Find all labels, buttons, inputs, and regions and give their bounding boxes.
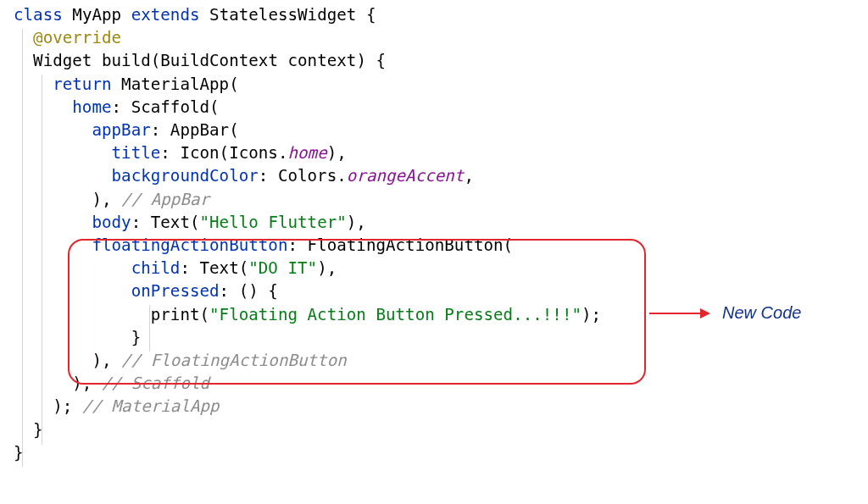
close-paren: ); (53, 396, 72, 416)
comment-materialapp: // MaterialApp (72, 396, 219, 416)
ret-type: Widget (33, 51, 92, 70)
brace-open: { (366, 5, 376, 25)
call-pre: : Text( (131, 213, 200, 232)
paren-brace: ) { (356, 51, 386, 70)
kw-extends: extends (131, 5, 200, 25)
call: MaterialApp( (121, 75, 239, 94)
str-hello: "Hello Flutter" (200, 213, 347, 232)
close-paren: ), (92, 190, 111, 209)
annotation-override: @override (33, 28, 121, 47)
call: : AppBar( (151, 120, 239, 140)
arrow-line (649, 313, 700, 314)
method-name: build (102, 51, 151, 70)
new-code-highlight-box (68, 239, 646, 385)
call-post: ), (347, 213, 366, 232)
call-post: , (464, 166, 474, 186)
annotation-label: New Code (722, 303, 801, 323)
arrow-head-icon (700, 308, 710, 318)
call-pre: : Colors. (259, 166, 347, 186)
colors-orangeaccent: orangeAccent (347, 166, 465, 186)
indent-guide (22, 29, 23, 467)
comment-appbar: // AppBar (112, 190, 210, 209)
class-name: MyApp (72, 5, 121, 25)
call: : Scaffold( (112, 97, 220, 117)
param-body: body (92, 213, 131, 232)
param-title: title (112, 143, 161, 163)
indent-guide (42, 75, 42, 445)
call-pre: : Icon(Icons. (160, 143, 287, 163)
call-post: ), (327, 143, 347, 163)
param-appbar: appBar (92, 120, 150, 140)
icons-home: home (287, 143, 326, 163)
param-type: BuildContext (160, 51, 278, 70)
kw-return: return (53, 75, 111, 94)
param-name: context (288, 51, 357, 70)
param-home: home (72, 97, 111, 117)
kw-class: class (14, 5, 63, 25)
super-name: StatelessWidget (209, 5, 356, 25)
param-bgcolor: backgroundColor (112, 166, 259, 186)
annotation-arrow: New Code (649, 303, 801, 323)
